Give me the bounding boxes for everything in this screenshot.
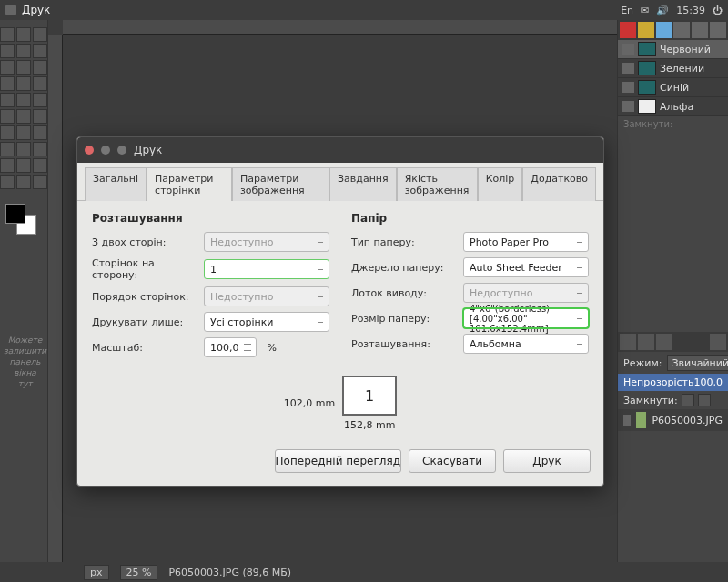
tool-move[interactable] <box>33 76 47 91</box>
scale-suffix: % <box>268 342 277 354</box>
power-icon[interactable]: ⏻ <box>713 5 723 16</box>
channel-row[interactable]: Червоний <box>618 40 728 59</box>
panel-tab-brushes[interactable] <box>638 334 654 350</box>
panel-tab-colors[interactable] <box>638 22 654 38</box>
tab-page-setup[interactable]: Параметри сторінки <box>147 167 232 201</box>
tool-scissors[interactable] <box>33 44 47 58</box>
tool-crop[interactable] <box>16 93 31 107</box>
color-swatch[interactable] <box>5 204 38 236</box>
status-bar: px 25 % P6050003.JPG (89,6 МБ) <box>0 562 728 582</box>
mode-row: Режим: Звичайний <box>618 352 728 374</box>
channel-thumb <box>638 80 656 95</box>
orientation-select[interactable]: Альбомна <box>463 334 589 354</box>
close-icon[interactable] <box>85 146 94 155</box>
output-tray-label: Лоток виводу: <box>351 287 456 299</box>
channel-row[interactable]: Альфа <box>618 97 728 116</box>
panel-tab-channels[interactable] <box>620 22 636 38</box>
minimize-icon[interactable] <box>101 146 110 155</box>
tool-cage[interactable] <box>16 125 31 140</box>
ruler-horizontal <box>63 20 617 35</box>
lock-row-top: Замкнути: <box>618 116 728 132</box>
tool-zoom[interactable] <box>0 76 15 91</box>
tool-text[interactable] <box>33 125 47 140</box>
tool-scale[interactable] <box>0 109 15 124</box>
tool-heal[interactable] <box>33 175 47 189</box>
tool-color-select[interactable] <box>16 44 31 58</box>
tab-image-settings[interactable]: Параметри зображення <box>232 167 329 201</box>
zoom-select[interactable]: 25 % <box>120 565 158 580</box>
channel-list: Червоний Зелений Синій Альфа <box>618 40 728 116</box>
tool-rect-select[interactable] <box>0 27 15 42</box>
tool-bucket[interactable] <box>0 142 15 156</box>
opacity-label: Непрозорість <box>623 376 694 388</box>
mail-icon[interactable]: ✉ <box>641 5 649 16</box>
lock-alpha-icon[interactable] <box>698 394 711 406</box>
print-only-select[interactable]: Усі сторінки <box>204 312 329 332</box>
tool-foreground[interactable] <box>0 60 15 75</box>
tool-color-picker[interactable] <box>33 60 47 75</box>
dialog-titlebar[interactable]: Друк <box>77 137 603 163</box>
tool-rotate[interactable] <box>33 93 47 107</box>
eye-icon[interactable] <box>622 63 634 74</box>
clock: 15:39 <box>676 5 705 16</box>
pages-per-side-select[interactable]: 1 <box>204 259 329 279</box>
eye-icon[interactable] <box>622 101 634 112</box>
volume-icon[interactable]: 🔊 <box>656 5 669 16</box>
channel-row[interactable]: Синій <box>618 78 728 97</box>
tool-eraser[interactable] <box>16 158 31 173</box>
tool-paths[interactable] <box>16 60 31 75</box>
panel-tab-history[interactable] <box>656 22 672 38</box>
preview-button[interactable]: Попередній перегляд <box>275 449 401 473</box>
panel-menu-icon[interactable] <box>710 334 726 350</box>
tool-airbrush[interactable] <box>33 158 47 173</box>
paper-source-select[interactable]: Auto Sheet Feeder <box>463 257 589 277</box>
tool-measure[interactable] <box>16 76 31 91</box>
opacity-value: 100,0 <box>694 376 723 388</box>
paper-size-select[interactable]: 4"x6"(borderless) [4.00"x6.00" 101.6x152… <box>463 308 589 328</box>
tool-fuzzy-select[interactable] <box>0 44 15 58</box>
tab-job[interactable]: Завдання <box>329 167 397 201</box>
tab-advanced[interactable]: Додатково <box>522 167 596 201</box>
tool-clone[interactable] <box>16 175 31 189</box>
tool-align[interactable] <box>0 93 15 107</box>
panel-tab-more3[interactable] <box>710 22 726 38</box>
cancel-button[interactable]: Скасувати <box>409 449 496 473</box>
tab-color[interactable]: Колір <box>478 167 523 201</box>
eye-icon[interactable] <box>623 415 631 426</box>
mode-select[interactable]: Звичайний <box>667 355 728 371</box>
tool-free-select[interactable] <box>33 27 47 42</box>
tool-paintbrush[interactable] <box>0 158 15 173</box>
panel-tab-more1[interactable] <box>673 22 690 38</box>
lock-pixel-icon[interactable] <box>682 394 694 406</box>
tool-shear[interactable] <box>16 109 31 124</box>
opacity-row[interactable]: Непрозорість 100,0 <box>618 374 728 391</box>
panel-tab-patterns[interactable] <box>656 334 672 350</box>
panel-tab-layers[interactable] <box>620 334 636 350</box>
eye-icon[interactable] <box>622 82 634 93</box>
eye-icon[interactable] <box>622 44 634 55</box>
lang-indicator[interactable]: En <box>621 5 633 16</box>
panel-tab-more2[interactable] <box>692 22 708 38</box>
tool-flip[interactable] <box>0 125 15 140</box>
channel-row[interactable]: Зелений <box>618 59 728 78</box>
tool-blend[interactable] <box>16 142 31 156</box>
tool-ink[interactable] <box>0 175 15 189</box>
scale-spin[interactable]: 100,0 <box>204 337 257 357</box>
two-sided-label: З двох сторін: <box>92 236 197 248</box>
layer-row[interactable]: P6050003.JPG <box>618 409 728 431</box>
paper-type-select[interactable]: Photo Paper Pro <box>463 232 589 252</box>
app-menu-icon[interactable] <box>5 5 16 15</box>
layer-name: P6050003.JPG <box>652 415 723 426</box>
page-preview: 102,0 mm 1 152,8 mm <box>77 370 603 442</box>
tab-general[interactable]: Загальні <box>85 167 147 201</box>
tool-pencil[interactable] <box>33 142 47 156</box>
unit-select[interactable]: px <box>84 565 109 580</box>
dialog-tabs: Загальні Параметри сторінки Параметри зо… <box>77 163 603 201</box>
tool-perspective[interactable] <box>33 109 47 124</box>
print-button[interactable]: Друк <box>503 449 591 473</box>
channel-name: Зелений <box>660 63 704 75</box>
tab-image-quality[interactable]: Якість зображення <box>397 167 478 201</box>
maximize-icon[interactable] <box>117 146 126 155</box>
channel-thumb <box>638 61 656 75</box>
tool-ellipse-select[interactable] <box>16 27 31 42</box>
